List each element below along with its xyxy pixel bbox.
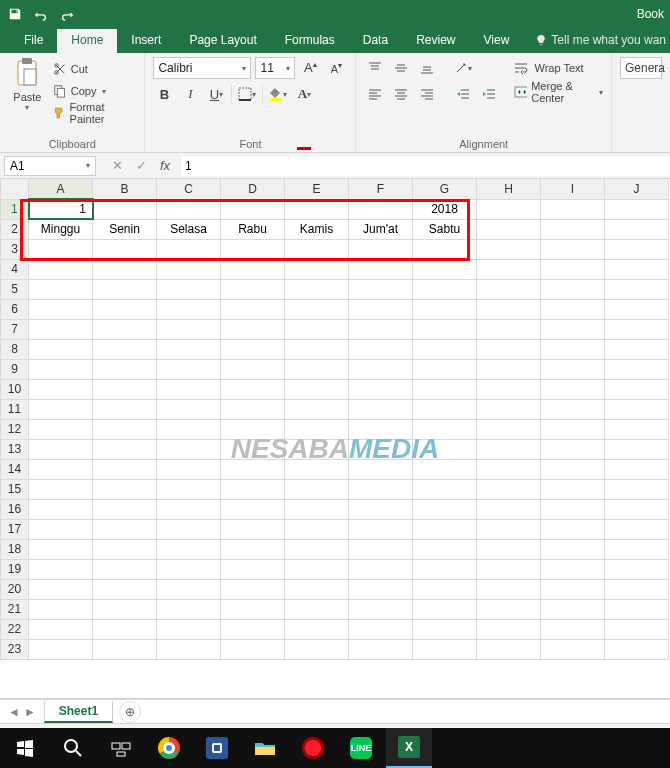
cell-E23[interactable] xyxy=(285,639,349,659)
cell-D11[interactable] xyxy=(221,399,285,419)
cell-B13[interactable] xyxy=(93,439,157,459)
cell-E22[interactable] xyxy=(285,619,349,639)
cell-F1[interactable] xyxy=(349,199,413,219)
align-right-icon[interactable] xyxy=(416,83,438,105)
cell-I20[interactable] xyxy=(541,579,605,599)
cell-F17[interactable] xyxy=(349,519,413,539)
cell-I10[interactable] xyxy=(541,379,605,399)
row-header[interactable]: 21 xyxy=(1,599,29,619)
cell-I3[interactable] xyxy=(541,239,605,259)
cell-D19[interactable] xyxy=(221,559,285,579)
cell-J10[interactable] xyxy=(605,379,669,399)
align-left-icon[interactable] xyxy=(364,83,386,105)
cell-J9[interactable] xyxy=(605,359,669,379)
cell-J19[interactable] xyxy=(605,559,669,579)
cell-I5[interactable] xyxy=(541,279,605,299)
align-middle-icon[interactable] xyxy=(390,57,412,79)
cell-A15[interactable] xyxy=(29,479,93,499)
cell-A17[interactable] xyxy=(29,519,93,539)
cell-D2[interactable]: Rabu xyxy=(221,219,285,239)
cell-A7[interactable] xyxy=(29,319,93,339)
row-header[interactable]: 19 xyxy=(1,559,29,579)
column-header[interactable]: A xyxy=(29,179,93,199)
cell-H6[interactable] xyxy=(477,299,541,319)
cell-J22[interactable] xyxy=(605,619,669,639)
cell-I4[interactable] xyxy=(541,259,605,279)
cell-D22[interactable] xyxy=(221,619,285,639)
cell-B17[interactable] xyxy=(93,519,157,539)
fill-color-button[interactable]: ▾ xyxy=(267,83,289,105)
cell-J3[interactable] xyxy=(605,239,669,259)
format-painter-button[interactable]: Format Painter xyxy=(53,103,137,123)
decrease-font-icon[interactable]: A▾ xyxy=(325,57,347,79)
cell-I23[interactable] xyxy=(541,639,605,659)
cell-D15[interactable] xyxy=(221,479,285,499)
cell-C16[interactable] xyxy=(157,499,221,519)
cell-H23[interactable] xyxy=(477,639,541,659)
cell-H16[interactable] xyxy=(477,499,541,519)
row-header[interactable]: 22 xyxy=(1,619,29,639)
cell-B11[interactable] xyxy=(93,399,157,419)
cell-J5[interactable] xyxy=(605,279,669,299)
cell-F6[interactable] xyxy=(349,299,413,319)
cell-B8[interactable] xyxy=(93,339,157,359)
row-header[interactable]: 20 xyxy=(1,579,29,599)
cell-B9[interactable] xyxy=(93,359,157,379)
cell-F7[interactable] xyxy=(349,319,413,339)
cell-I21[interactable] xyxy=(541,599,605,619)
cell-G16[interactable] xyxy=(413,499,477,519)
cell-A9[interactable] xyxy=(29,359,93,379)
taskbar-line[interactable]: LINE xyxy=(338,728,384,768)
cell-F9[interactable] xyxy=(349,359,413,379)
cell-H8[interactable] xyxy=(477,339,541,359)
cut-button[interactable]: Cut xyxy=(53,59,137,79)
row-header[interactable]: 17 xyxy=(1,519,29,539)
cell-B1[interactable] xyxy=(93,199,157,219)
cell-A16[interactable] xyxy=(29,499,93,519)
cell-A13[interactable] xyxy=(29,439,93,459)
cell-G23[interactable] xyxy=(413,639,477,659)
cell-C2[interactable]: Selasa xyxy=(157,219,221,239)
new-sheet-button[interactable]: ⊕ xyxy=(119,701,141,723)
underline-button[interactable]: U▾ xyxy=(205,83,227,105)
row-header[interactable]: 5 xyxy=(1,279,29,299)
cell-C10[interactable] xyxy=(157,379,221,399)
cell-I16[interactable] xyxy=(541,499,605,519)
cell-H2[interactable] xyxy=(477,219,541,239)
cell-I9[interactable] xyxy=(541,359,605,379)
borders-button[interactable]: ▾ xyxy=(236,83,258,105)
cell-H13[interactable] xyxy=(477,439,541,459)
cell-G11[interactable] xyxy=(413,399,477,419)
cell-C13[interactable] xyxy=(157,439,221,459)
cell-A22[interactable] xyxy=(29,619,93,639)
cell-E3[interactable] xyxy=(285,239,349,259)
row-header[interactable]: 3 xyxy=(1,239,29,259)
cell-C9[interactable] xyxy=(157,359,221,379)
cell-J17[interactable] xyxy=(605,519,669,539)
cell-E16[interactable] xyxy=(285,499,349,519)
cell-F15[interactable] xyxy=(349,479,413,499)
cell-I2[interactable] xyxy=(541,219,605,239)
cell-I8[interactable] xyxy=(541,339,605,359)
cell-I6[interactable] xyxy=(541,299,605,319)
cell-H5[interactable] xyxy=(477,279,541,299)
taskbar-app-blue[interactable] xyxy=(194,728,240,768)
cell-G12[interactable] xyxy=(413,419,477,439)
column-header[interactable]: C xyxy=(157,179,221,199)
cell-G17[interactable] xyxy=(413,519,477,539)
column-header[interactable]: I xyxy=(541,179,605,199)
cell-E12[interactable] xyxy=(285,419,349,439)
cell-J2[interactable] xyxy=(605,219,669,239)
taskbar-opera[interactable] xyxy=(290,728,336,768)
cell-E6[interactable] xyxy=(285,299,349,319)
cell-I12[interactable] xyxy=(541,419,605,439)
cell-B2[interactable]: Senin xyxy=(93,219,157,239)
cell-E17[interactable] xyxy=(285,519,349,539)
cell-D9[interactable] xyxy=(221,359,285,379)
cell-F23[interactable] xyxy=(349,639,413,659)
cell-I14[interactable] xyxy=(541,459,605,479)
taskbar-file-explorer[interactable] xyxy=(242,728,288,768)
cell-H1[interactable] xyxy=(477,199,541,219)
cell-F19[interactable] xyxy=(349,559,413,579)
cell-B23[interactable] xyxy=(93,639,157,659)
